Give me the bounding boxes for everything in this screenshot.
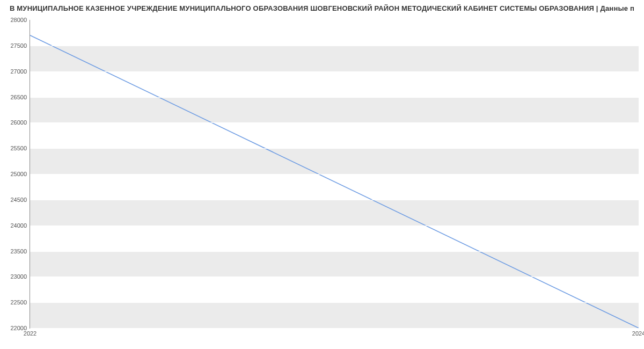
y-tick-label: 26500 [10,94,30,100]
y-tick-label: 26000 [10,119,30,126]
plot-area: 2200022500230002350024000245002500025500… [30,20,639,329]
y-tick-label: 28000 [10,17,30,23]
y-gridline [30,46,639,46]
y-tick-label: 25000 [10,171,30,177]
y-tick-label: 24000 [10,222,30,229]
chart-title: В МУНИЦИПАЛЬНОЕ КАЗЕННОЕ УЧРЕЖДЕНИЕ МУНИ… [0,0,644,14]
x-tick-label: 2022 [24,328,36,337]
y-gridline [30,174,639,174]
y-gridline [30,226,639,226]
y-tick-label: 22500 [10,299,30,306]
y-gridline [30,71,639,72]
y-gridline [30,251,639,252]
y-tick-label: 25500 [10,145,30,151]
y-tick-label: 23500 [10,248,30,255]
y-tick-label: 23000 [10,273,30,280]
y-tick-label: 27000 [10,68,30,75]
y-gridline [30,148,639,149]
y-gridline [30,97,639,98]
y-gridline [30,200,639,200]
y-tick-label: 24500 [10,197,30,203]
y-tick-label: 27500 [10,42,30,49]
y-gridline [30,328,639,329]
series-line [30,35,639,328]
y-gridline [30,277,639,277]
chart-container: 2200022500230002350024000245002500025500… [0,14,644,345]
y-gridline [30,302,639,303]
y-gridline [30,20,639,20]
x-tick-label: 2024 [632,328,644,337]
y-gridline [30,122,639,123]
